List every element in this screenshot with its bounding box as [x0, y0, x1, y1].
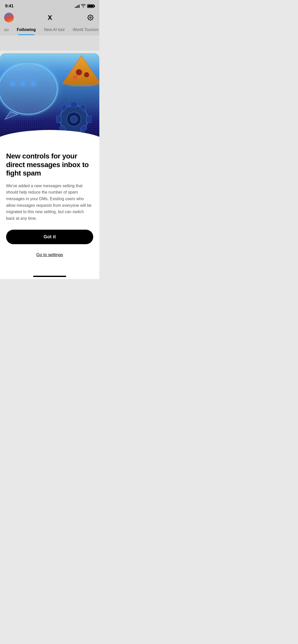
svg-point-6	[84, 72, 89, 77]
go-to-settings-link[interactable]: Go to settings	[6, 249, 93, 260]
tab-new-ai-tool[interactable]: New AI tool	[40, 24, 69, 35]
svg-point-5	[76, 69, 82, 75]
status-bar: 9:41	[0, 0, 99, 11]
modal-content: New controls for your direct messages in…	[0, 145, 99, 272]
status-icons	[75, 4, 94, 8]
settings-button[interactable]	[86, 13, 95, 22]
svg-rect-12	[57, 116, 62, 123]
svg-rect-10	[71, 102, 77, 107]
tab-world-tourism[interactable]: World Tourism Day	[69, 24, 99, 35]
home-indicator-bar	[33, 276, 66, 277]
svg-rect-13	[86, 116, 91, 123]
pizza-illustration	[61, 53, 99, 86]
tabs-bar: ou Following New AI tool World Tourism D…	[0, 24, 99, 35]
svg-point-7	[73, 75, 77, 79]
modal-card: New controls for your direct messages in…	[0, 53, 99, 272]
svg-point-18	[70, 116, 77, 123]
header: X	[0, 11, 99, 24]
wifi-icon	[81, 4, 86, 8]
x-logo: X	[48, 14, 51, 22]
home-indicator-area	[0, 272, 99, 279]
tab-following[interactable]: Following	[13, 24, 40, 35]
tab-for-you[interactable]: ou	[0, 24, 13, 35]
svg-point-1	[10, 81, 15, 86]
hero-image	[0, 53, 99, 145]
battery-icon	[87, 4, 94, 8]
background-feed	[0, 35, 99, 51]
modal-title: New controls for your direct messages in…	[6, 152, 93, 178]
svg-point-2	[20, 81, 25, 86]
signal-icon	[75, 4, 79, 8]
svg-point-3	[31, 81, 36, 86]
modal-description: We've added a new messages setting that …	[6, 183, 93, 222]
got-it-button[interactable]: Got it	[6, 230, 93, 244]
avatar[interactable]	[4, 13, 14, 22]
status-time: 9:41	[5, 4, 13, 9]
